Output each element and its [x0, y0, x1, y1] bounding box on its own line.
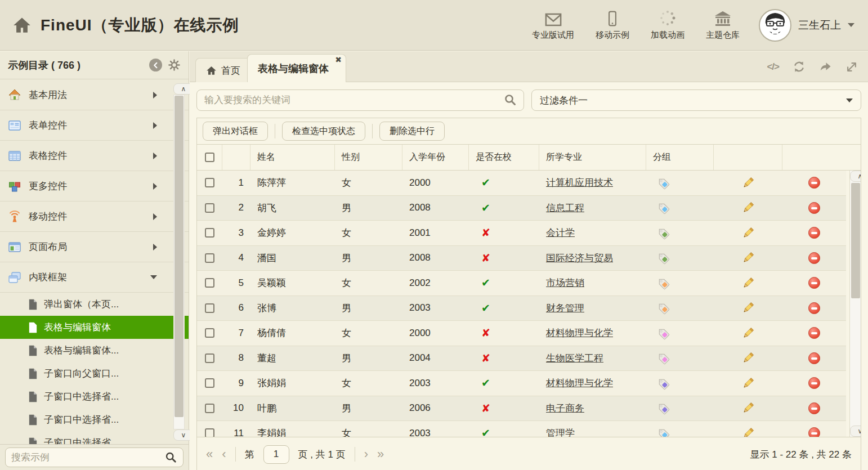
major-link[interactable]: 计算机应用技术	[546, 176, 613, 189]
tag-icon[interactable]	[656, 276, 670, 290]
delete-icon[interactable]	[808, 402, 820, 414]
header-action-themes[interactable]: 主题仓库	[706, 10, 740, 41]
sidebar-sub-item[interactable]: 表格与编辑窗体	[0, 316, 189, 339]
sidebar-group-item[interactable]: 页面布局	[0, 232, 189, 262]
row-checkbox[interactable]	[205, 253, 214, 263]
delete-icon[interactable]	[808, 377, 820, 389]
delete-icon[interactable]	[808, 427, 820, 437]
sidebar-group-item[interactable]: 移动控件	[0, 202, 189, 232]
major-link[interactable]: 财务管理	[546, 302, 584, 315]
major-link[interactable]: 会计学	[546, 226, 575, 239]
row-checkbox[interactable]	[205, 428, 214, 437]
scrollbar-thumb[interactable]	[851, 183, 860, 298]
tag-icon[interactable]	[656, 427, 670, 437]
sidebar-sub-item[interactable]: 子窗口向父窗口...	[0, 362, 189, 385]
major-link[interactable]: 信息工程	[546, 202, 584, 214]
tag-icon[interactable]	[656, 351, 670, 365]
search-icon[interactable]	[165, 451, 177, 464]
tag-icon[interactable]	[656, 301, 670, 315]
delete-icon[interactable]	[808, 227, 820, 239]
delete-icon[interactable]	[808, 177, 820, 189]
next-page-icon[interactable]: ›	[364, 448, 368, 460]
row-checkbox[interactable]	[205, 203, 214, 213]
table-scrollbar[interactable]: ∧ ∨	[849, 171, 861, 437]
last-page-icon[interactable]: »	[377, 448, 384, 460]
sidebar-group-item[interactable]: 内联框架	[0, 262, 189, 293]
search-icon[interactable]	[504, 93, 517, 107]
edit-icon[interactable]	[741, 326, 755, 340]
sidebar-sub-item[interactable]: 弹出窗体（本页...	[0, 293, 189, 316]
page-number-input[interactable]	[263, 445, 289, 464]
first-page-icon[interactable]: «	[206, 448, 213, 460]
tag-icon[interactable]	[656, 326, 670, 340]
tab-home[interactable]: 首页	[195, 58, 251, 82]
tab-active[interactable]: 表格与编辑窗体 ✖	[247, 54, 346, 82]
delete-rows-button[interactable]: 删除选中行	[379, 122, 445, 141]
edit-icon[interactable]	[741, 401, 755, 415]
scroll-down-button[interactable]: ∨	[850, 426, 861, 437]
gear-icon[interactable]	[168, 59, 181, 71]
share-icon[interactable]	[819, 60, 832, 73]
major-link[interactable]: 材料物理与化学	[546, 326, 613, 339]
sidebar-scrollbar[interactable]: ∧ ∨	[173, 83, 185, 441]
sidebar-group-item[interactable]: 更多控件	[0, 171, 189, 202]
keyword-search-input[interactable]	[196, 89, 524, 111]
sidebar-search-input[interactable]	[11, 452, 165, 463]
edit-icon[interactable]	[741, 226, 755, 240]
edit-icon[interactable]	[741, 176, 755, 190]
select-all-checkbox[interactable]	[205, 153, 214, 162]
edit-icon[interactable]	[741, 427, 755, 437]
row-checkbox[interactable]	[205, 378, 214, 388]
row-checkbox[interactable]	[205, 278, 214, 288]
major-link[interactable]: 材料物理与化学	[546, 377, 613, 390]
tag-icon[interactable]	[656, 201, 670, 214]
tag-icon[interactable]	[656, 251, 670, 265]
tag-icon[interactable]	[656, 226, 670, 240]
scroll-up-button[interactable]: ∧	[850, 171, 861, 182]
delete-icon[interactable]	[808, 352, 820, 364]
source-code-icon[interactable]: </>	[767, 61, 779, 73]
sidebar-sub-item[interactable]: 子窗口中选择省	[0, 431, 189, 444]
row-checkbox[interactable]	[205, 353, 214, 363]
row-checkbox[interactable]	[205, 303, 214, 313]
major-link[interactable]: 国际经济与贸易	[546, 252, 613, 265]
open-dialog-button[interactable]: 弹出对话框	[203, 122, 268, 141]
tag-icon[interactable]	[656, 377, 670, 390]
close-icon[interactable]: ✖	[335, 55, 342, 64]
row-checkbox[interactable]	[205, 228, 214, 238]
tag-icon[interactable]	[656, 176, 670, 190]
sidebar-sub-item[interactable]: 子窗口中选择省...	[0, 385, 189, 408]
delete-icon[interactable]	[808, 327, 820, 339]
filter-dropdown[interactable]: 过滤条件一	[531, 89, 861, 111]
row-checkbox[interactable]	[205, 178, 214, 187]
sidebar-group-item[interactable]: 基本用法	[0, 80, 189, 110]
major-link[interactable]: 生物医学工程	[546, 352, 603, 365]
sidebar-sub-item[interactable]: 表格与编辑窗体...	[0, 339, 189, 362]
sidebar-sub-item[interactable]: 子窗口中选择省...	[0, 408, 189, 431]
major-link[interactable]: 电子商务	[546, 402, 584, 415]
sidebar-group-item[interactable]: 表单控件	[0, 110, 189, 141]
refresh-icon[interactable]	[793, 60, 806, 73]
major-link[interactable]: 管理学	[546, 427, 575, 437]
delete-icon[interactable]	[808, 302, 820, 314]
tag-icon[interactable]	[656, 401, 670, 415]
edit-icon[interactable]	[741, 301, 755, 315]
major-link[interactable]: 市场营销	[546, 276, 584, 289]
edit-icon[interactable]	[741, 276, 755, 290]
delete-icon[interactable]	[808, 202, 820, 214]
check-selection-button[interactable]: 检查选中项状态	[282, 122, 365, 141]
header-action-loading[interactable]: 加载动画	[651, 10, 684, 41]
row-checkbox[interactable]	[205, 404, 214, 413]
edit-icon[interactable]	[741, 201, 755, 214]
sidebar-group-item[interactable]: 表格控件	[0, 141, 189, 171]
header-action-trial[interactable]: 专业版试用	[532, 10, 574, 41]
edit-icon[interactable]	[741, 377, 755, 390]
scrollbar-thumb[interactable]	[175, 96, 184, 417]
header-action-mobile[interactable]: 移动示例	[596, 10, 629, 41]
expand-icon[interactable]	[845, 61, 858, 73]
user-menu[interactable]: 三生石上	[759, 9, 854, 42]
collapse-sidebar-button[interactable]	[149, 59, 162, 71]
row-checkbox[interactable]	[205, 328, 214, 338]
prev-page-icon[interactable]: ‹	[222, 448, 226, 460]
edit-icon[interactable]	[741, 351, 755, 365]
